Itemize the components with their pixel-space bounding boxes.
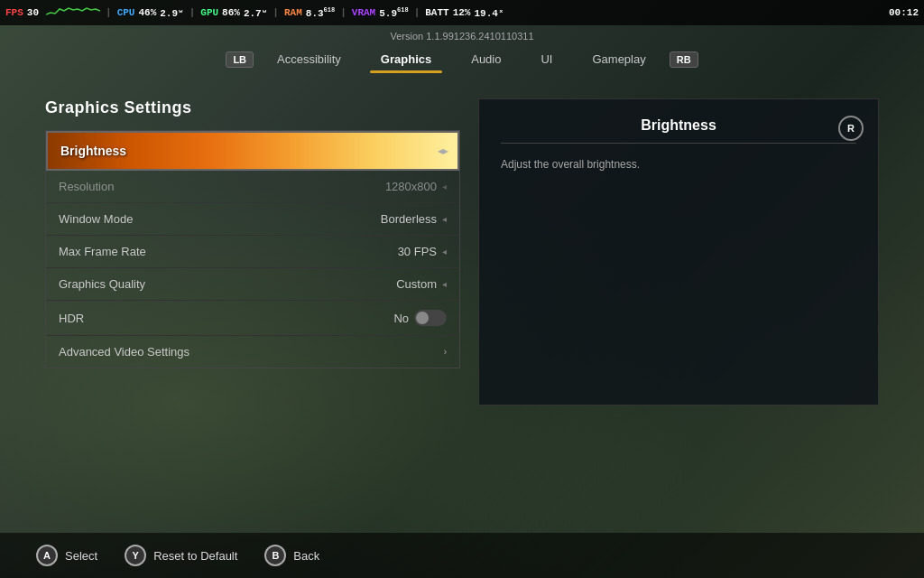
right-panel: Brightness Adjust the overall brightness… bbox=[478, 98, 879, 406]
graphics-quality-setting-row[interactable]: Graphics Quality Custom ◂ bbox=[46, 268, 459, 301]
panel-title: Graphics Settings bbox=[45, 98, 460, 117]
fps-label: FPS bbox=[5, 7, 23, 18]
hud-bar: FPS 30 | CPU 46% 2.9ʷ | GPU 86% 2.7ʷ | R… bbox=[0, 0, 924, 25]
tab-rb-button[interactable]: RB bbox=[670, 51, 698, 68]
tab-ui[interactable]: UI bbox=[521, 47, 572, 71]
graphics-quality-value: Custom ◂ bbox=[396, 277, 447, 291]
advanced-video-label: Advanced Video Settings bbox=[59, 345, 189, 359]
back-label: Back bbox=[293, 549, 319, 563]
max-frame-rate-arrow-icon: ◂ bbox=[442, 247, 447, 256]
settings-list: Brightness ◂▸ Resolution 1280x800 ◂ Wind… bbox=[45, 130, 460, 368]
fps-graph bbox=[46, 5, 100, 18]
version-text: Version 1.1.991236.2410110311 bbox=[390, 31, 533, 42]
vram-label: VRAM bbox=[352, 7, 375, 18]
select-label: Select bbox=[65, 549, 97, 563]
fps-value: 30 bbox=[27, 7, 39, 18]
window-mode-label: Window Mode bbox=[59, 212, 133, 226]
batt-label: BATT bbox=[425, 7, 448, 18]
hdr-setting-row[interactable]: HDR No bbox=[46, 301, 459, 336]
ram-label: RAM bbox=[284, 7, 302, 18]
reset-to-default-label: Reset to Default bbox=[153, 549, 237, 563]
detail-description: Adjust the overall brightness. bbox=[501, 156, 856, 173]
bottom-bar: A Select Y Reset to Default B Back bbox=[0, 533, 924, 578]
brightness-gradient: Brightness bbox=[48, 133, 457, 169]
window-mode-value: Borderless ◂ bbox=[381, 212, 447, 226]
vram-value: 5.9618 bbox=[379, 6, 408, 19]
sep2: | bbox=[189, 7, 196, 18]
tab-accessibility[interactable]: Accessibility bbox=[257, 47, 361, 71]
hdr-label: HDR bbox=[59, 312, 84, 325]
a-button: A bbox=[36, 545, 58, 566]
b-button: B bbox=[264, 545, 286, 566]
tab-lb-button[interactable]: LB bbox=[226, 51, 254, 68]
cpu-watts: 2.9ʷ bbox=[160, 7, 183, 19]
max-frame-rate-value: 30 FPS ◂ bbox=[398, 245, 447, 258]
resolution-setting-row[interactable]: Resolution 1280x800 ◂ bbox=[46, 171, 459, 203]
gpu-label: GPU bbox=[200, 7, 218, 18]
cpu-label: CPU bbox=[117, 7, 135, 18]
window-mode-setting-row[interactable]: Window Mode Borderless ◂ bbox=[46, 203, 459, 236]
y-button: Y bbox=[125, 545, 146, 566]
back-action[interactable]: B Back bbox=[264, 545, 319, 566]
hdr-value: No bbox=[393, 310, 447, 326]
hdr-toggle[interactable] bbox=[414, 310, 447, 326]
brightness-setting-row[interactable]: Brightness ◂▸ bbox=[46, 131, 459, 171]
detail-title: Brightness bbox=[501, 117, 856, 144]
version-bar: Version 1.1.991236.2410110311 bbox=[0, 25, 924, 42]
advanced-video-settings-row[interactable]: Advanced Video Settings › bbox=[46, 336, 459, 368]
brightness-arrow-icon: ◂▸ bbox=[438, 144, 448, 157]
tab-bar: LB Accessibility Graphics Audio UI Gamep… bbox=[0, 42, 924, 71]
max-frame-rate-setting-row[interactable]: Max Frame Rate 30 FPS ◂ bbox=[46, 236, 459, 268]
cpu-pct: 46% bbox=[138, 7, 156, 18]
select-action[interactable]: A Select bbox=[36, 545, 97, 566]
main-content: Graphics Settings Brightness ◂▸ Resoluti… bbox=[0, 80, 924, 424]
gpu-pct: 86% bbox=[222, 7, 240, 18]
graphics-quality-arrow-icon: ◂ bbox=[442, 279, 447, 289]
tab-gameplay[interactable]: Gameplay bbox=[572, 47, 665, 71]
tab-audio[interactable]: Audio bbox=[451, 47, 521, 71]
reset-icon[interactable]: R bbox=[838, 116, 864, 141]
window-mode-arrow-icon: ◂ bbox=[442, 214, 447, 224]
reset-to-default-action[interactable]: Y Reset to Default bbox=[125, 545, 237, 566]
sep1: | bbox=[106, 7, 112, 18]
graphics-quality-label: Graphics Quality bbox=[59, 277, 145, 291]
max-frame-rate-label: Max Frame Rate bbox=[59, 245, 146, 258]
clock: 00:12 bbox=[889, 7, 919, 18]
batt-pct: 12% bbox=[453, 7, 471, 18]
resolution-label: Resolution bbox=[59, 180, 114, 193]
advanced-video-arrow-icon: › bbox=[444, 347, 447, 357]
resolution-arrow-icon: ◂ bbox=[442, 182, 447, 191]
ram-value: 8.3618 bbox=[306, 6, 335, 19]
sep5: | bbox=[414, 7, 420, 18]
gpu-watts: 2.7ʷ bbox=[244, 7, 267, 19]
tab-graphics[interactable]: Graphics bbox=[361, 47, 451, 71]
sep3: | bbox=[273, 7, 279, 18]
brightness-label: Brightness bbox=[60, 144, 126, 158]
batt-watts: 19.4ˣ bbox=[474, 7, 504, 19]
sep4: | bbox=[340, 7, 346, 18]
left-panel: Graphics Settings Brightness ◂▸ Resoluti… bbox=[45, 98, 460, 406]
resolution-value: 1280x800 ◂ bbox=[385, 180, 447, 193]
